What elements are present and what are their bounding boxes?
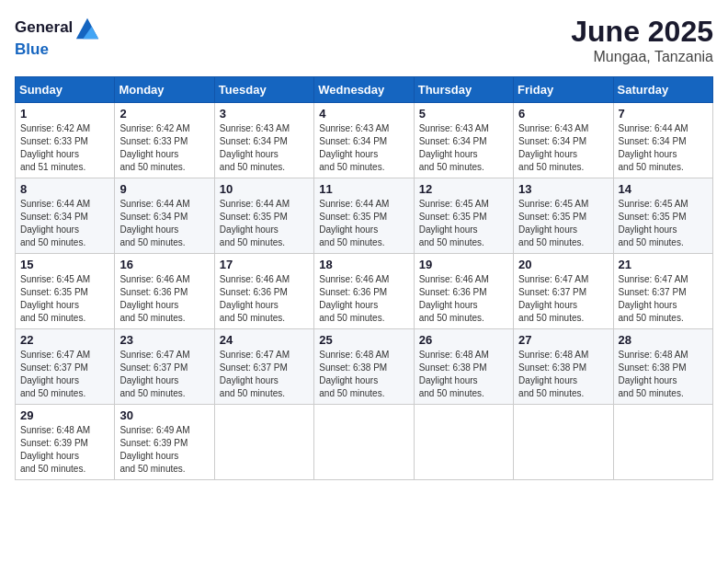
cell-text: Sunrise: 6:44 AMSunset: 6:34 PMDaylight … — [619, 123, 688, 172]
cell-text: Sunrise: 6:43 AMSunset: 6:34 PMDaylight … — [518, 123, 588, 172]
calendar-week-2: 8 Sunrise: 6:44 AMSunset: 6:34 PMDayligh… — [16, 178, 713, 254]
calendar-day-26: 26 Sunrise: 6:48 AMSunset: 6:38 PMDaylig… — [414, 329, 513, 405]
day-number: 5 — [419, 107, 508, 121]
day-number: 20 — [518, 258, 608, 271]
cell-text: Sunrise: 6:48 AMSunset: 6:38 PMDaylight … — [518, 350, 588, 398]
day-number: 7 — [619, 107, 708, 121]
cell-text: Sunrise: 6:47 AMSunset: 6:37 PMDaylight … — [119, 350, 189, 398]
calendar-day-21: 21 Sunrise: 6:47 AMSunset: 6:37 PMDaylig… — [613, 254, 712, 329]
cell-text: Sunrise: 6:47 AMSunset: 6:37 PMDaylight … — [20, 350, 90, 398]
day-number: 23 — [119, 333, 209, 347]
day-number: 14 — [619, 182, 708, 196]
day-number: 15 — [20, 258, 109, 271]
calendar-day-4: 4 Sunrise: 6:43 AMSunset: 6:34 PMDayligh… — [314, 103, 414, 178]
cell-text: Sunrise: 6:46 AMSunset: 6:36 PMDaylight … — [319, 274, 389, 323]
cell-text: Sunrise: 6:44 AMSunset: 6:35 PMDaylight … — [220, 199, 290, 247]
logo-blue: Blue — [15, 40, 49, 58]
day-number: 19 — [419, 258, 508, 271]
weekday-header-tuesday: Tuesday — [214, 77, 313, 103]
day-number: 18 — [319, 258, 408, 271]
calendar-day-2: 2 Sunrise: 6:42 AMSunset: 6:33 PMDayligh… — [115, 103, 214, 178]
day-number: 24 — [220, 333, 309, 347]
cell-text: Sunrise: 6:48 AMSunset: 6:38 PMDaylight … — [319, 350, 389, 398]
calendar-day-28: 28 Sunrise: 6:48 AMSunset: 6:38 PMDaylig… — [613, 329, 712, 405]
cell-text: Sunrise: 6:48 AMSunset: 6:39 PMDaylight … — [20, 425, 90, 474]
calendar-day-16: 16 Sunrise: 6:46 AMSunset: 6:36 PMDaylig… — [115, 254, 214, 329]
cell-text: Sunrise: 6:46 AMSunset: 6:36 PMDaylight … — [119, 274, 189, 323]
day-number: 27 — [518, 333, 608, 347]
weekday-header-friday: Friday — [514, 77, 613, 103]
cell-text: Sunrise: 6:47 AMSunset: 6:37 PMDaylight … — [619, 274, 688, 323]
calendar-day-7: 7 Sunrise: 6:44 AMSunset: 6:34 PMDayligh… — [613, 103, 712, 178]
day-number: 3 — [220, 107, 309, 121]
logo: General Blue — [15, 15, 100, 59]
cell-text: Sunrise: 6:42 AMSunset: 6:33 PMDaylight … — [119, 123, 189, 172]
month-title: June 2025 — [571, 15, 713, 49]
calendar-day-30: 30 Sunrise: 6:49 AMSunset: 6:39 PMDaylig… — [115, 405, 214, 480]
cell-text: Sunrise: 6:43 AMSunset: 6:34 PMDaylight … — [419, 123, 489, 172]
calendar-day-24: 24 Sunrise: 6:47 AMSunset: 6:37 PMDaylig… — [214, 329, 313, 405]
weekday-header-sunday: Sunday — [16, 77, 115, 103]
calendar-day-20: 20 Sunrise: 6:47 AMSunset: 6:37 PMDaylig… — [514, 254, 613, 329]
day-number: 21 — [619, 258, 708, 271]
empty-cell — [214, 405, 313, 480]
weekday-header-wednesday: Wednesday — [314, 77, 414, 103]
calendar-day-15: 15 Sunrise: 6:45 AMSunset: 6:35 PMDaylig… — [16, 254, 115, 329]
cell-text: Sunrise: 6:46 AMSunset: 6:36 PMDaylight … — [419, 274, 489, 323]
calendar-week-3: 15 Sunrise: 6:45 AMSunset: 6:35 PMDaylig… — [16, 254, 713, 329]
calendar-day-5: 5 Sunrise: 6:43 AMSunset: 6:34 PMDayligh… — [414, 103, 513, 178]
cell-text: Sunrise: 6:44 AMSunset: 6:34 PMDaylight … — [119, 199, 189, 247]
cell-text: Sunrise: 6:42 AMSunset: 6:33 PMDaylight … — [20, 123, 90, 172]
page-header: General Blue June 2025 Mungaa, Tanzania — [15, 15, 713, 65]
calendar-day-3: 3 Sunrise: 6:43 AMSunset: 6:34 PMDayligh… — [214, 103, 313, 178]
cell-text: Sunrise: 6:45 AMSunset: 6:35 PMDaylight … — [20, 274, 90, 323]
day-number: 13 — [518, 182, 608, 196]
day-number: 28 — [619, 333, 708, 347]
weekday-header-monday: Monday — [115, 77, 214, 103]
calendar-week-5: 29 Sunrise: 6:48 AMSunset: 6:39 PMDaylig… — [16, 405, 713, 480]
calendar-day-22: 22 Sunrise: 6:47 AMSunset: 6:37 PMDaylig… — [16, 329, 115, 405]
calendar-day-6: 6 Sunrise: 6:43 AMSunset: 6:34 PMDayligh… — [514, 103, 613, 178]
cell-text: Sunrise: 6:45 AMSunset: 6:35 PMDaylight … — [619, 199, 688, 247]
calendar-day-11: 11 Sunrise: 6:44 AMSunset: 6:35 PMDaylig… — [314, 178, 414, 254]
calendar-day-17: 17 Sunrise: 6:46 AMSunset: 6:36 PMDaylig… — [214, 254, 313, 329]
day-number: 12 — [419, 182, 508, 196]
day-number: 6 — [518, 107, 608, 121]
calendar-week-1: 1 Sunrise: 6:42 AMSunset: 6:33 PMDayligh… — [16, 103, 713, 178]
calendar-table: SundayMondayTuesdayWednesdayThursdayFrid… — [15, 76, 713, 480]
cell-text: Sunrise: 6:48 AMSunset: 6:38 PMDaylight … — [619, 350, 688, 398]
calendar-day-9: 9 Sunrise: 6:44 AMSunset: 6:34 PMDayligh… — [115, 178, 214, 254]
day-number: 16 — [119, 258, 209, 271]
empty-cell — [314, 405, 414, 480]
weekday-header-row: SundayMondayTuesdayWednesdayThursdayFrid… — [16, 77, 713, 103]
calendar-day-13: 13 Sunrise: 6:45 AMSunset: 6:35 PMDaylig… — [514, 178, 613, 254]
day-number: 30 — [119, 408, 209, 422]
cell-text: Sunrise: 6:47 AMSunset: 6:37 PMDaylight … — [518, 274, 588, 323]
day-number: 4 — [319, 107, 408, 121]
calendar-day-14: 14 Sunrise: 6:45 AMSunset: 6:35 PMDaylig… — [613, 178, 712, 254]
cell-text: Sunrise: 6:45 AMSunset: 6:35 PMDaylight … — [518, 199, 588, 247]
logo-general: General — [15, 18, 73, 37]
cell-text: Sunrise: 6:45 AMSunset: 6:35 PMDaylight … — [419, 199, 489, 247]
empty-cell — [414, 405, 513, 480]
calendar-body: 1 Sunrise: 6:42 AMSunset: 6:33 PMDayligh… — [16, 103, 713, 480]
weekday-header-saturday: Saturday — [613, 77, 712, 103]
cell-text: Sunrise: 6:43 AMSunset: 6:34 PMDaylight … — [319, 123, 389, 172]
day-number: 29 — [20, 408, 109, 422]
cell-text: Sunrise: 6:44 AMSunset: 6:34 PMDaylight … — [20, 199, 90, 247]
day-number: 10 — [220, 182, 309, 196]
calendar-week-4: 22 Sunrise: 6:47 AMSunset: 6:37 PMDaylig… — [16, 329, 713, 405]
cell-text: Sunrise: 6:46 AMSunset: 6:36 PMDaylight … — [220, 274, 290, 323]
location-title: Mungaa, Tanzania — [571, 49, 713, 65]
calendar-day-23: 23 Sunrise: 6:47 AMSunset: 6:37 PMDaylig… — [115, 329, 214, 405]
calendar-day-19: 19 Sunrise: 6:46 AMSunset: 6:36 PMDaylig… — [414, 254, 513, 329]
day-number: 22 — [20, 333, 109, 347]
day-number: 26 — [419, 333, 508, 347]
day-number: 2 — [119, 107, 209, 121]
calendar-day-25: 25 Sunrise: 6:48 AMSunset: 6:38 PMDaylig… — [314, 329, 414, 405]
cell-text: Sunrise: 6:49 AMSunset: 6:39 PMDaylight … — [119, 425, 189, 474]
cell-text: Sunrise: 6:43 AMSunset: 6:34 PMDaylight … — [220, 123, 290, 172]
day-number: 8 — [20, 182, 109, 196]
day-number: 11 — [319, 182, 408, 196]
calendar-day-1: 1 Sunrise: 6:42 AMSunset: 6:33 PMDayligh… — [16, 103, 115, 178]
